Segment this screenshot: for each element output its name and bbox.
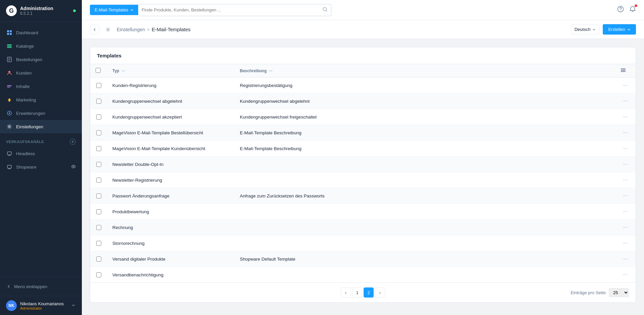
sales-channels-section: Verkaufskanäle + (0, 133, 82, 147)
row-checkbox[interactable] (96, 178, 101, 183)
add-sales-channel-button[interactable]: + (70, 139, 76, 145)
row-typ: Kundengruppenwechsel abgelehnt (107, 93, 234, 109)
row-context-menu-button[interactable]: ··· (621, 207, 630, 216)
sidebar-item-erweiterungen[interactable]: Erweiterungen (0, 106, 82, 120)
table-row: Versand digitaler Produkte Shopware Defa… (90, 251, 636, 267)
row-actions: ··· (615, 235, 636, 251)
user-profile[interactable]: NK Nikolaos Koumarianos Administrator (0, 296, 82, 315)
row-context-menu-button[interactable]: ··· (621, 113, 630, 121)
row-checkbox[interactable] (96, 115, 101, 120)
row-checkbox[interactable] (96, 162, 101, 167)
row-context-menu-button[interactable]: ··· (621, 255, 630, 263)
content-area: Templates Typ ··· Beschreib (82, 39, 644, 315)
select-all-checkbox[interactable] (96, 68, 101, 73)
row-typ: Rechnung (107, 220, 234, 235)
row-beschreibung: Kundengruppenwechsel freigeschaltet (234, 109, 615, 125)
row-typ: Versand digitaler Produkte (107, 251, 234, 267)
row-checkbox-cell (90, 141, 107, 156)
breadcrumb-parent[interactable]: Einstellungen (117, 27, 145, 32)
entries-select[interactable]: 25 50 100 (609, 288, 629, 297)
row-checkbox[interactable] (96, 257, 101, 262)
sidebar-item-inhalte[interactable]: Inhalte (0, 80, 82, 93)
row-checkbox[interactable] (96, 83, 101, 88)
sidebar-item-dashboard[interactable]: Dashboard (0, 26, 82, 39)
row-actions: ··· (615, 188, 636, 204)
svg-rect-13 (7, 87, 10, 87)
row-checkbox[interactable] (96, 272, 101, 277)
row-typ: Kunden-Registrierung (107, 78, 234, 93)
row-context-menu-button[interactable]: ··· (621, 176, 630, 184)
user-info: Nikolaos Koumarianos Administrator (20, 301, 64, 310)
row-typ: Stornorechnung (107, 235, 234, 251)
search-input[interactable] (142, 7, 322, 12)
page-2-button[interactable]: 2 (364, 287, 374, 298)
row-checkbox-cell (90, 125, 107, 141)
row-checkbox-cell (90, 188, 107, 204)
svg-rect-27 (621, 69, 626, 69)
row-actions: ··· (615, 267, 636, 283)
notification-badge (635, 4, 637, 7)
sidebar-item-label: Shopware (16, 165, 37, 170)
row-checkbox[interactable] (96, 241, 101, 246)
pagination-bar: ‹ 1 2 › Einträge pro Seite: 25 (90, 282, 636, 302)
next-page-button[interactable]: › (375, 287, 385, 298)
row-checkbox[interactable] (96, 130, 101, 135)
settings-icon[interactable] (103, 25, 113, 34)
app-info: Administration 6.5.2.1 (20, 6, 53, 16)
th-typ-menu[interactable]: ··· (122, 69, 125, 73)
table-settings-icon[interactable] (621, 69, 626, 74)
app-logo: G (6, 5, 17, 16)
page-1-button[interactable]: 1 (352, 287, 362, 298)
sidebar-item-bestellungen[interactable]: Bestellungen (0, 53, 82, 66)
row-checkbox-cell (90, 172, 107, 188)
row-checkbox[interactable] (96, 193, 101, 198)
entries-per-page: Einträge pro Seite: 25 50 100 (571, 288, 629, 297)
sidebar-item-kataloge[interactable]: Kataloge (0, 39, 82, 53)
row-checkbox[interactable] (96, 99, 101, 104)
einstellungen-icon (6, 123, 13, 130)
svg-rect-14 (9, 100, 10, 102)
back-button[interactable] (90, 25, 99, 34)
row-checkbox[interactable] (96, 209, 101, 214)
row-checkbox[interactable] (96, 225, 101, 230)
svg-rect-12 (7, 85, 12, 86)
row-context-menu-button[interactable]: ··· (621, 144, 630, 153)
collapse-menu-button[interactable]: Menü einklappen (6, 281, 76, 292)
sidebar-header: G Administration 6.5.2.1 (0, 0, 82, 22)
svg-rect-20 (7, 165, 11, 168)
row-context-menu-button[interactable]: ··· (621, 160, 630, 169)
breadcrumb-current: E-Mail-Templates (152, 27, 191, 32)
search-icon[interactable] (322, 7, 328, 13)
create-button[interactable]: Erstellen (603, 24, 636, 35)
dashboard-icon (6, 29, 13, 36)
sidebar-item-shopware[interactable]: Shopware (0, 160, 82, 174)
svg-rect-3 (10, 33, 12, 35)
notification-icon[interactable] (629, 6, 636, 14)
language-select[interactable]: Deutsch (571, 25, 600, 34)
search-dropdown-button[interactable]: E-Mail-Templates (90, 5, 138, 15)
row-context-menu-button[interactable]: ··· (621, 191, 630, 200)
breadcrumb-bar: Einstellungen > E-Mail-Templates Deutsch… (82, 20, 644, 39)
sidebar-item-kunden[interactable]: Kunden (0, 66, 82, 80)
main-content: E-Mail-Templates (82, 0, 644, 315)
row-context-menu-button[interactable]: ··· (621, 81, 630, 90)
row-beschreibung (234, 204, 615, 220)
help-icon[interactable] (617, 6, 624, 14)
row-beschreibung: Shopware Default Template (234, 251, 615, 267)
row-context-menu-button[interactable]: ··· (621, 223, 630, 232)
row-beschreibung (234, 220, 615, 235)
row-context-menu-button[interactable]: ··· (621, 239, 630, 248)
row-context-menu-button[interactable]: ··· (621, 128, 630, 137)
th-beschreibung-menu[interactable]: ··· (269, 69, 272, 73)
sidebar-item-einstellungen[interactable]: Einstellungen (0, 120, 82, 133)
prev-page-button[interactable]: ‹ (341, 287, 351, 298)
sidebar-item-marketing[interactable]: Marketing (0, 93, 82, 106)
row-checkbox[interactable] (96, 146, 101, 151)
svg-point-25 (620, 10, 621, 11)
marketing-icon (6, 96, 13, 103)
sidebar-item-headless[interactable]: Headless (0, 147, 82, 160)
row-actions: ··· (615, 141, 636, 156)
row-context-menu-button[interactable]: ··· (621, 270, 630, 279)
sidebar-item-label: Kunden (16, 71, 32, 76)
row-context-menu-button[interactable]: ··· (621, 97, 630, 105)
